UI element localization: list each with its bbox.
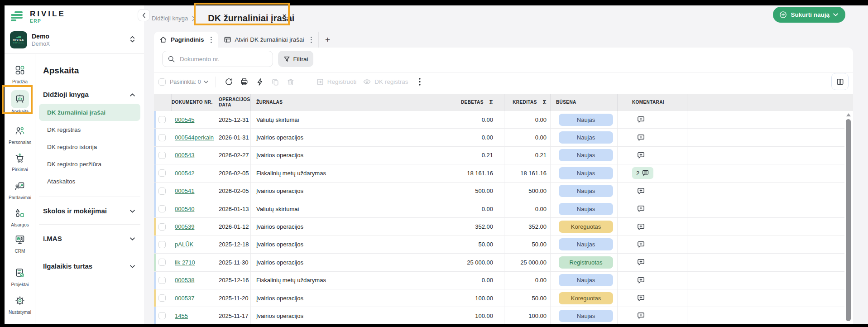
column-header-journal[interactable]: Žurnalas [250, 94, 343, 111]
register-button[interactable]: Registruoti [316, 78, 357, 86]
breadcrumb-parent[interactable]: Didžioji knyga [152, 15, 188, 22]
comment-add-button[interactable] [637, 258, 645, 266]
document-link[interactable]: pALŪK [175, 241, 193, 248]
table-row[interactable]: pALŪK 2025-12-18 Įvairios operacijos 50.… [154, 236, 844, 254]
table-row[interactable]: 000538 2025-12-16 Fiskalinių metų uždary… [154, 272, 844, 289]
quick-action-button[interactable] [253, 75, 267, 89]
create-new-button[interactable]: Sukurti naują [773, 7, 845, 23]
menu-section-1[interactable]: Didžioji knyga [43, 87, 135, 101]
document-link[interactable]: 000539 [175, 223, 194, 230]
sidebar-collapse-button[interactable] [138, 9, 150, 21]
document-link[interactable]: lik 2710 [175, 259, 195, 266]
column-header-date[interactable]: Operacijos data [214, 94, 250, 111]
comment-add-button[interactable] [637, 276, 645, 284]
rail-item-accounting[interactable]: Apskaita [5, 90, 35, 114]
document-link[interactable]: 000541 [175, 188, 194, 194]
scroll-up-arrow-icon[interactable] [846, 113, 851, 116]
table-row[interactable]: 000544perkainavii 2026-01-31 Įvairios op… [154, 129, 844, 146]
delete-button[interactable] [284, 75, 297, 89]
menu-item-3[interactable]: DK registro istorija [39, 138, 140, 155]
document-link[interactable]: 1455 [175, 313, 188, 319]
table-row[interactable]: 000542 2026-02-05 Fiskalinių metų uždary… [154, 164, 844, 182]
tab-menu-icon[interactable] [310, 36, 313, 44]
sum-icon[interactable]: Σ [489, 99, 493, 106]
refresh-button[interactable] [222, 75, 236, 89]
document-link[interactable]: 000545 [175, 116, 194, 123]
comment-add-button[interactable] [637, 223, 645, 231]
row-checkbox[interactable] [158, 294, 166, 302]
table-row[interactable]: 000540 2026-01-13 Valiutų skirtumai 0.00… [154, 200, 844, 218]
table-row[interactable]: 000539 2026-01-12 Įvairios operacijos 35… [154, 218, 844, 236]
tab-atviri-dk-irasai[interactable]: Atviri DK žurnaliniai įrašai [218, 32, 319, 48]
comment-add-button[interactable] [637, 134, 645, 142]
scrollbar-thumb[interactable] [846, 119, 851, 321]
column-header-document[interactable]: Dokumento nr. [171, 94, 214, 111]
row-checkbox[interactable] [158, 205, 166, 212]
row-checkbox[interactable] [158, 223, 166, 231]
table-row[interactable]: 000545 2025-12-31 Valiutų skirtumai 0.00… [154, 111, 844, 129]
table-row[interactable]: 000543 2026-02-27 Įvairios operacijos 0.… [154, 147, 844, 164]
add-tab-button[interactable]: + [319, 32, 337, 48]
table-row[interactable]: 1455 2025-11-17 Įvairios operacijos 100.… [154, 307, 844, 324]
comment-add-button[interactable] [637, 151, 645, 159]
row-checkbox[interactable] [158, 259, 166, 266]
document-link[interactable]: 000538 [175, 277, 194, 284]
dk-register-button[interactable]: DK registras [363, 77, 408, 86]
comment-add-button[interactable] [637, 294, 645, 302]
menu-item-2[interactable]: DK registras [39, 121, 140, 138]
document-link[interactable]: 000544perkainavii [175, 134, 214, 141]
row-checkbox[interactable] [158, 188, 166, 195]
table-row[interactable]: 000537 2025-11-20 Įvairios operacijos 10… [154, 289, 844, 307]
row-checkbox[interactable] [158, 169, 166, 177]
rail-item-shapes[interactable]: Atsargos [5, 205, 35, 227]
rail-item-cart[interactable]: Pirkimai [5, 150, 35, 172]
document-link[interactable]: 000537 [175, 295, 194, 302]
column-header-debit[interactable]: DebetasΣ [343, 94, 504, 111]
table-row[interactable]: lik 2710 2025-11-30 Įvairios operacijos … [154, 254, 844, 271]
document-search-field[interactable] [162, 51, 273, 67]
print-button[interactable] [238, 75, 251, 89]
rail-item-projects[interactable]: Projektai [5, 265, 35, 287]
select-all-checkbox[interactable] [158, 78, 166, 86]
menu-item-4[interactable]: DK registro peržiūra [39, 155, 140, 173]
row-checkbox[interactable] [158, 116, 166, 123]
workspace-switcher[interactable]: RIVILE ERP demo Demo DemoX [10, 30, 139, 50]
filters-button[interactable]: Filtrai [278, 51, 313, 67]
rail-item-crm[interactable]: CRM [5, 231, 35, 254]
vertical-scrollbar[interactable] [846, 113, 851, 321]
table-row[interactable]: 000541 2026-02-05 Įvairios operacijos 50… [154, 183, 844, 200]
row-checkbox[interactable] [158, 134, 166, 141]
rail-item-settings[interactable]: Nustatymai [5, 293, 35, 315]
row-checkbox[interactable] [158, 277, 166, 284]
more-actions-button[interactable] [413, 75, 427, 89]
comment-count-badge[interactable]: 2 [632, 167, 653, 179]
comment-add-button[interactable] [637, 240, 645, 249]
menu-item-5[interactable]: Ataskaitos [39, 173, 140, 190]
menu-section-2[interactable]: Skolos ir mokėjimai [43, 204, 135, 217]
document-link[interactable]: 000542 [175, 170, 194, 177]
document-link[interactable]: 000540 [175, 206, 194, 212]
column-header-comments[interactable]: Komentarai [617, 94, 687, 111]
column-header-credit[interactable]: KreditasΣ [504, 94, 550, 111]
copy-button[interactable] [269, 75, 282, 89]
chevron-down-icon[interactable] [204, 81, 208, 83]
sum-icon[interactable]: Σ [543, 99, 547, 106]
comment-add-button[interactable] [637, 115, 645, 124]
comment-add-button[interactable] [637, 312, 645, 320]
comment-add-button[interactable] [637, 187, 645, 195]
tab-pagrindinis[interactable]: Pagrindinis [154, 32, 218, 48]
search-input[interactable] [179, 55, 273, 63]
rail-item-people[interactable]: Personalas [5, 123, 35, 145]
row-checkbox[interactable] [158, 241, 166, 248]
rail-item-dashboard[interactable]: Pradžia [5, 62, 35, 84]
chevron-updown-icon[interactable] [130, 36, 135, 44]
comment-add-button[interactable] [637, 205, 645, 213]
split-view-button[interactable] [831, 73, 849, 90]
document-link[interactable]: 000543 [175, 152, 194, 159]
menu-section-3[interactable]: i.MAS [43, 231, 135, 245]
menu-section-4[interactable]: Ilgalaikis turtas [43, 259, 135, 273]
rail-item-sales[interactable]: Pardavimai [5, 178, 35, 200]
row-checkbox[interactable] [158, 312, 166, 319]
column-header-status[interactable]: Būsena [550, 94, 617, 111]
tab-menu-icon[interactable] [210, 36, 213, 44]
